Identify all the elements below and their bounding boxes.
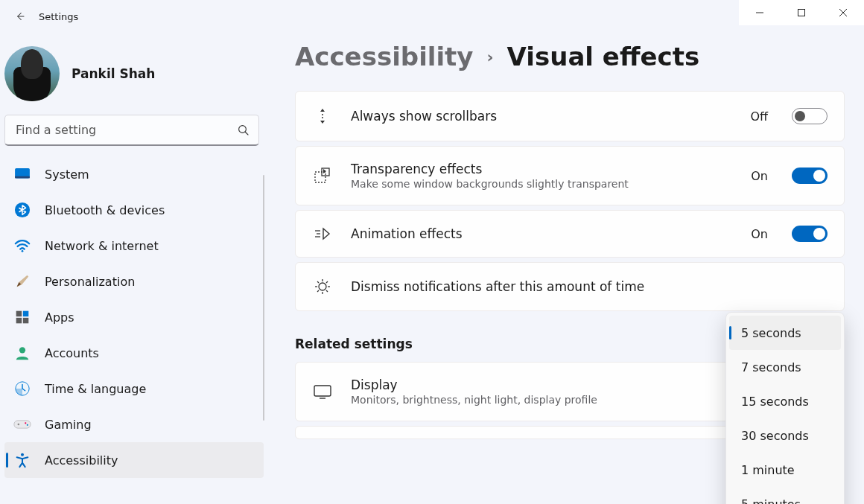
animation-icon xyxy=(312,226,333,241)
setting-row-animation: Animation effects On xyxy=(295,210,845,258)
sidebar-item-label: Apps xyxy=(45,310,74,325)
svg-rect-1 xyxy=(798,10,805,16)
toggle-label: Off xyxy=(750,109,768,124)
sidebar-item-personalization[interactable]: Personalization xyxy=(4,264,264,299)
wifi-icon xyxy=(13,237,31,255)
svg-point-23 xyxy=(322,117,323,118)
dropdown-option[interactable]: 5 seconds xyxy=(729,316,841,350)
toggle-transparency[interactable] xyxy=(792,168,828,184)
display-icon xyxy=(312,383,333,400)
accessibility-icon xyxy=(13,451,31,469)
sidebar: Pankil Shah System Bluetooth & devices xyxy=(0,33,268,504)
svg-line-6 xyxy=(245,132,248,135)
setting-subtitle: Make some window backgrounds slightly tr… xyxy=(351,178,733,190)
scrollbar-track[interactable] xyxy=(263,175,264,421)
toggle-animation[interactable] xyxy=(792,226,828,242)
bluetooth-icon xyxy=(13,201,31,219)
username: Pankil Shah xyxy=(72,66,155,81)
dropdown-option[interactable]: 15 seconds xyxy=(726,384,844,418)
sidebar-item-gaming[interactable]: Gaming xyxy=(4,406,264,442)
window-controls xyxy=(739,0,864,25)
setting-title: Animation effects xyxy=(351,226,733,241)
svg-point-29 xyxy=(319,283,326,290)
svg-line-34 xyxy=(317,281,319,283)
apps-icon xyxy=(13,308,31,326)
main-content: Accessibility › Visual effects Always sh… xyxy=(268,33,864,504)
svg-point-22 xyxy=(322,114,323,115)
toggle-label: On xyxy=(751,227,768,241)
avatar xyxy=(4,46,60,101)
app-title: Settings xyxy=(34,11,78,22)
dropdown-option[interactable]: 30 seconds xyxy=(726,418,844,453)
breadcrumb: Accessibility › Visual effects xyxy=(295,42,845,71)
profile-block[interactable]: Pankil Shah xyxy=(4,40,264,115)
system-icon xyxy=(13,165,31,183)
search-input[interactable] xyxy=(4,115,259,146)
brush-icon xyxy=(13,272,31,290)
close-button[interactable] xyxy=(822,0,864,25)
sidebar-item-label: System xyxy=(45,168,89,182)
sidebar-item-label: Accessibility xyxy=(45,453,118,468)
transparency-icon xyxy=(312,168,333,184)
setting-row-dismiss[interactable]: Dismiss notifications after this amount … xyxy=(295,262,845,311)
svg-point-20 xyxy=(27,424,28,426)
svg-point-18 xyxy=(18,424,20,426)
svg-rect-11 xyxy=(16,311,22,317)
svg-rect-17 xyxy=(14,421,31,428)
sidebar-item-apps[interactable]: Apps xyxy=(4,299,264,335)
setting-row-scrollbars: Always show scrollbars Off xyxy=(295,91,845,141)
svg-point-19 xyxy=(25,422,26,424)
dropdown-option[interactable]: 7 seconds xyxy=(726,350,844,384)
titlebar: Settings xyxy=(0,0,864,33)
search-icon xyxy=(237,124,250,137)
back-button[interactable] xyxy=(4,3,34,30)
svg-rect-24 xyxy=(315,172,325,182)
sidebar-item-label: Time & language xyxy=(45,382,146,396)
dismiss-dropdown: 5 seconds 7 seconds 15 seconds 30 second… xyxy=(725,312,845,504)
clock-icon xyxy=(13,380,31,398)
svg-point-15 xyxy=(19,347,25,353)
svg-rect-14 xyxy=(23,318,29,324)
minimize-button[interactable] xyxy=(739,0,781,25)
gamepad-icon xyxy=(13,415,31,433)
scrollbars-icon xyxy=(312,106,333,126)
svg-line-37 xyxy=(326,281,328,283)
breadcrumb-parent[interactable]: Accessibility xyxy=(295,42,474,71)
svg-rect-8 xyxy=(15,176,30,179)
svg-point-10 xyxy=(22,250,24,252)
maximize-button[interactable] xyxy=(781,0,822,25)
dropdown-option[interactable]: 1 minute xyxy=(726,453,844,487)
search-wrap xyxy=(4,115,264,146)
sidebar-item-system[interactable]: System xyxy=(4,156,264,192)
sidebar-item-network[interactable]: Network & internet xyxy=(4,228,264,264)
setting-title: Dismiss notifications after this amount … xyxy=(351,279,828,294)
setting-row-transparency: Transparency effects Make some window ba… xyxy=(295,146,845,205)
toggle-scrollbars[interactable] xyxy=(792,108,828,124)
sidebar-item-bluetooth[interactable]: Bluetooth & devices xyxy=(4,192,264,228)
setting-title: Always show scrollbars xyxy=(351,109,732,124)
sidebar-item-accessibility[interactable]: Accessibility xyxy=(4,442,264,478)
svg-rect-12 xyxy=(23,311,29,317)
sidebar-item-label: Network & internet xyxy=(45,239,159,253)
sidebar-item-label: Personalization xyxy=(45,275,135,289)
svg-point-21 xyxy=(21,453,24,456)
dropdown-option[interactable]: 5 minutes xyxy=(726,487,844,504)
svg-line-35 xyxy=(326,290,328,292)
nav: System Bluetooth & devices Network & int… xyxy=(4,156,264,478)
sidebar-item-label: Accounts xyxy=(45,346,99,360)
svg-rect-13 xyxy=(16,318,22,324)
sidebar-item-accounts[interactable]: Accounts xyxy=(4,335,264,371)
sidebar-item-label: Bluetooth & devices xyxy=(45,203,165,217)
dismiss-icon xyxy=(312,278,333,296)
toggle-label: On xyxy=(751,169,768,183)
svg-rect-38 xyxy=(314,386,331,396)
setting-title: Transparency effects xyxy=(351,162,733,176)
breadcrumb-current: Visual effects xyxy=(507,42,700,71)
sidebar-item-time[interactable]: Time & language xyxy=(4,371,264,406)
chevron-right-icon: › xyxy=(487,48,494,66)
svg-line-36 xyxy=(317,290,319,292)
sidebar-item-label: Gaming xyxy=(45,418,92,432)
person-icon xyxy=(13,344,31,362)
